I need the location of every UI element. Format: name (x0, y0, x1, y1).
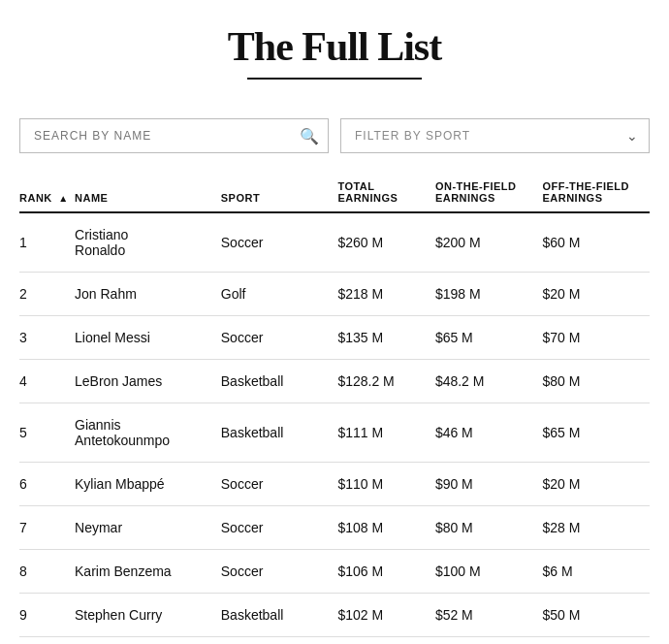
col-header-onfield: ON-THE-FIELDEARNINGS (435, 173, 543, 212)
cell-rank: 5 (19, 403, 75, 463)
cell-name: Neymar (75, 506, 221, 550)
cell-name: Lamar Jackson (75, 637, 221, 645)
table-row: 3Lionel MessiSoccer$135 M$65 M$70 M (19, 316, 650, 360)
col-header-offfield: OFF-THE-FIELDEARNINGS (542, 173, 650, 212)
cell-rank: 8 (19, 550, 75, 594)
table-header-row: RANK ▲ NAME SPORT TOTALEARNINGS ON-THE-F… (19, 173, 650, 212)
table-row: 6Kylian MbappéSoccer$110 M$90 M$20 M (19, 463, 650, 506)
cell-name: GiannisAntetokounmpo (75, 403, 221, 463)
cell-on-field-earnings: $100 M (435, 550, 543, 594)
cell-sport: Soccer (221, 463, 338, 506)
cell-rank: 10 (19, 637, 75, 645)
controls-row: 🔍 FILTER BY SPORT Soccer Basketball Golf… (19, 118, 650, 153)
search-input[interactable] (19, 118, 329, 153)
cell-off-field-earnings: $2 M (542, 637, 650, 645)
cell-rank: 4 (19, 360, 75, 403)
table-row: 7NeymarSoccer$108 M$80 M$28 M (19, 506, 650, 550)
cell-rank: 1 (19, 212, 75, 273)
table-row: 2Jon RahmGolf$218 M$198 M$20 M (19, 273, 650, 316)
cell-off-field-earnings: $28 M (542, 506, 650, 550)
cell-total-earnings: $108 M (337, 506, 435, 550)
cell-total-earnings: $218 M (337, 273, 435, 316)
table-row: 8Karim BenzemaSoccer$106 M$100 M$6 M (19, 550, 650, 594)
cell-name: Kylian Mbappé (75, 463, 221, 506)
cell-rank: 6 (19, 463, 75, 506)
cell-total-earnings: $106 M (337, 550, 435, 594)
cell-on-field-earnings: $48.2 M (435, 360, 543, 403)
cell-off-field-earnings: $20 M (542, 463, 650, 506)
cell-total-earnings: $102 M (337, 594, 435, 637)
cell-on-field-earnings: $98.5 M (435, 637, 543, 645)
cell-sport: Basketball (221, 403, 338, 463)
cell-rank: 3 (19, 316, 75, 360)
table-row: 9Stephen CurryBasketball$102 M$52 M$50 M (19, 594, 650, 637)
cell-sport: Soccer (221, 316, 338, 360)
cell-sport: Soccer (221, 212, 338, 273)
cell-on-field-earnings: $65 M (435, 316, 543, 360)
col-header-total: TOTALEARNINGS (337, 173, 435, 212)
col-header-name: NAME (75, 173, 221, 212)
table-row: 5GiannisAntetokounmpoBasketball$111 M$46… (19, 403, 650, 463)
cell-name: LeBron James (75, 360, 221, 403)
cell-total-earnings: $128.2 M (337, 360, 435, 403)
cell-on-field-earnings: $90 M (435, 463, 543, 506)
cell-off-field-earnings: $20 M (542, 273, 650, 316)
cell-name: Stephen Curry (75, 594, 221, 637)
cell-total-earnings: $110 M (337, 463, 435, 506)
cell-off-field-earnings: $60 M (542, 212, 650, 273)
col-header-sport: SPORT (221, 173, 338, 212)
table-row: 4LeBron JamesBasketball$128.2 M$48.2 M$8… (19, 360, 650, 403)
page-title: The Full List (19, 23, 650, 70)
cell-total-earnings: $111 M (337, 403, 435, 463)
cell-off-field-earnings: $70 M (542, 316, 650, 360)
col-header-rank[interactable]: RANK ▲ (19, 173, 75, 212)
cell-sport: Basketball (221, 594, 338, 637)
table-row: 1CristianoRonaldoSoccer$260 M$200 M$60 M (19, 212, 650, 273)
cell-sport: Soccer (221, 506, 338, 550)
cell-name: CristianoRonaldo (75, 212, 221, 273)
cell-total-earnings: $100.5 M (337, 637, 435, 645)
cell-on-field-earnings: $80 M (435, 506, 543, 550)
cell-sport: Football (221, 637, 338, 645)
rankings-table: RANK ▲ NAME SPORT TOTALEARNINGS ON-THE-F… (19, 173, 650, 644)
title-divider (247, 78, 422, 80)
cell-rank: 2 (19, 273, 75, 316)
table-row: 10Lamar JacksonFootball$100.5 M$98.5 M$2… (19, 637, 650, 645)
cell-name: Karim Benzema (75, 550, 221, 594)
cell-sport: Golf (221, 273, 338, 316)
search-wrapper: 🔍 (19, 118, 329, 153)
cell-total-earnings: $260 M (337, 212, 435, 273)
cell-on-field-earnings: $200 M (435, 212, 543, 273)
cell-off-field-earnings: $65 M (542, 403, 650, 463)
cell-off-field-earnings: $50 M (542, 594, 650, 637)
cell-sport: Soccer (221, 550, 338, 594)
cell-on-field-earnings: $46 M (435, 403, 543, 463)
sort-arrow-icon: ▲ (58, 193, 68, 204)
sport-filter-select[interactable]: FILTER BY SPORT Soccer Basketball Golf F… (340, 118, 650, 153)
cell-name: Jon Rahm (75, 273, 221, 316)
cell-off-field-earnings: $6 M (542, 550, 650, 594)
cell-rank: 9 (19, 594, 75, 637)
cell-total-earnings: $135 M (337, 316, 435, 360)
search-button[interactable]: 🔍 (300, 127, 319, 145)
cell-sport: Basketball (221, 360, 338, 403)
cell-on-field-earnings: $52 M (435, 594, 543, 637)
cell-on-field-earnings: $198 M (435, 273, 543, 316)
cell-name: Lionel Messi (75, 316, 221, 360)
filter-wrapper: FILTER BY SPORT Soccer Basketball Golf F… (340, 118, 650, 153)
cell-off-field-earnings: $80 M (542, 360, 650, 403)
cell-rank: 7 (19, 506, 75, 550)
